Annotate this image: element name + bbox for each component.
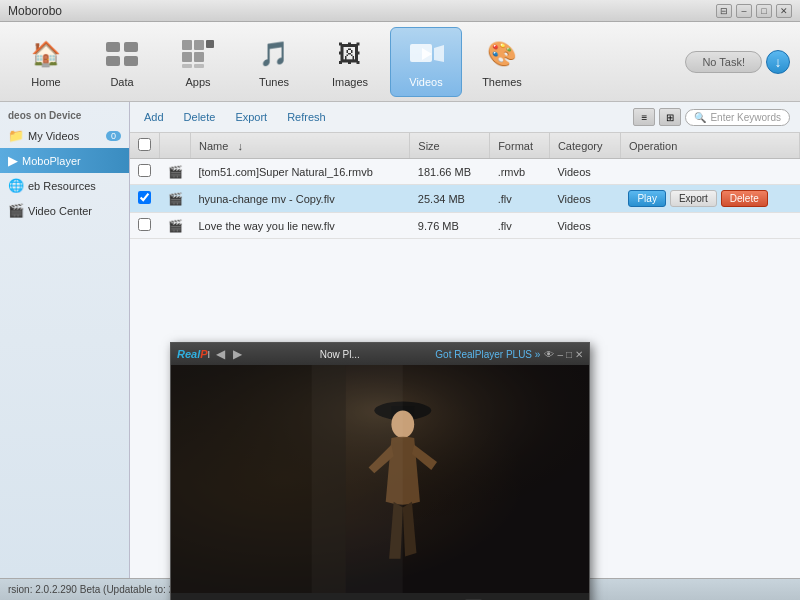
col-size: Size <box>410 133 490 159</box>
sidebar-header: deos on Device <box>0 106 129 123</box>
row1-check-cell[interactable] <box>130 159 160 185</box>
video-frame <box>171 365 589 593</box>
player-now-playing: Now Pl... <box>248 349 431 360</box>
select-all-checkbox[interactable] <box>138 138 151 151</box>
delete-button[interactable]: Delete <box>180 109 220 125</box>
sidebar-item-video-center[interactable]: 🎬 Video Center <box>0 198 129 223</box>
row-delete-btn[interactable]: Delete <box>721 190 768 207</box>
download-button[interactable]: ↓ <box>766 50 790 74</box>
col-check <box>130 133 160 159</box>
view-controls: ≡ ⊞ 🔍 Enter Keywords <box>633 108 790 126</box>
window-controls[interactable]: ⊟ – □ ✕ <box>716 4 792 18</box>
row3-check-cell[interactable] <box>130 213 160 239</box>
tunes-icon: 🎵 <box>254 36 294 72</box>
row-export-btn[interactable]: Export <box>670 190 717 207</box>
row2-icon-cell: 🎬 <box>160 185 191 213</box>
export-button[interactable]: Export <box>231 109 271 125</box>
col-format: Format <box>490 133 550 159</box>
row1-name[interactable]: [tom51.com]Super Natural_16.rmvb <box>191 159 410 185</box>
col-icon <box>160 133 191 159</box>
search-placeholder: Enter Keywords <box>710 112 781 123</box>
row2-category: Videos <box>549 185 620 213</box>
apps-icon <box>178 36 218 72</box>
web-icon: 🌐 <box>8 178 24 193</box>
video-file-icon: 🎬 <box>168 219 183 233</box>
player-back-btn[interactable]: ◀ <box>214 347 227 361</box>
svg-rect-0 <box>106 42 120 52</box>
folder-icon: 📁 <box>8 128 24 143</box>
row3-category: Videos <box>549 213 620 239</box>
maximize-btn[interactable]: □ <box>756 4 772 18</box>
restore-btn[interactable]: – <box>736 4 752 18</box>
videos-icon <box>406 36 446 72</box>
svg-rect-8 <box>194 52 204 62</box>
col-operation: Operation <box>620 133 799 159</box>
search-box[interactable]: 🔍 Enter Keywords <box>685 109 790 126</box>
row1-icon-cell: 🎬 <box>160 159 191 185</box>
nav-tunes[interactable]: 🎵 Tunes <box>238 27 310 97</box>
nav-images[interactable]: 🖼 Images <box>314 27 386 97</box>
video-player: RealPl ◀ ▶ Now Pl... Got RealPlayer PLUS… <box>170 342 590 600</box>
svg-marker-13 <box>434 45 444 62</box>
player-promo[interactable]: Got RealPlayer PLUS » <box>435 349 540 360</box>
row2-name[interactable]: hyuna-change mv - Copy.flv <box>191 185 410 213</box>
row3-name[interactable]: Love the way you lie new.flv <box>191 213 410 239</box>
video-content-svg <box>171 365 589 593</box>
grid-view-btn[interactable]: ⊞ <box>659 108 681 126</box>
row3-checkbox[interactable] <box>138 218 151 231</box>
app-title: Moborobo <box>8 4 62 18</box>
nav-themes[interactable]: 🎨 Themes <box>466 27 538 97</box>
video-file-icon: 🎬 <box>168 192 183 206</box>
svg-rect-7 <box>182 52 192 62</box>
images-icon: 🖼 <box>330 36 370 72</box>
row2-actions: Play Export Delete <box>620 185 799 213</box>
row1-checkbox[interactable] <box>138 164 151 177</box>
search-icon: 🔍 <box>694 112 706 123</box>
images-label: Images <box>332 76 368 88</box>
video-center-label: Video Center <box>28 205 92 217</box>
notask-button[interactable]: No Task! <box>685 51 762 73</box>
player-max-btn[interactable]: □ <box>566 349 572 360</box>
sidebar: deos on Device 📁 My Videos 0 ▶ MoboPlaye… <box>0 102 130 578</box>
sidebar-item-mobo-player[interactable]: ▶ MoboPlayer <box>0 148 129 173</box>
player-video-area <box>171 365 589 593</box>
row2-check-cell[interactable] <box>130 185 160 213</box>
player-nav: ◀ ▶ <box>214 347 244 361</box>
table-row: 🎬 [tom51.com]Super Natural_16.rmvb 181.6… <box>130 159 800 185</box>
play-btn[interactable]: Play <box>628 190 665 207</box>
refresh-button[interactable]: Refresh <box>283 109 330 125</box>
sidebar-item-web-resources[interactable]: 🌐 eb Resources <box>0 173 129 198</box>
tunes-label: Tunes <box>259 76 289 88</box>
sidebar-item-my-videos[interactable]: 📁 My Videos 0 <box>0 123 129 148</box>
player-forward-btn[interactable]: ▶ <box>231 347 244 361</box>
file-table: Name ↓ Size Format Category Operation 🎬 <box>130 133 800 239</box>
player-eye-btn[interactable]: 👁 <box>544 349 554 360</box>
video-center-icon: 🎬 <box>8 203 24 218</box>
row2-size: 25.34 MB <box>410 185 490 213</box>
minimize-btn[interactable]: ⊟ <box>716 4 732 18</box>
my-videos-label: My Videos <box>28 130 79 142</box>
player-close-btn[interactable]: ✕ <box>575 349 583 360</box>
main-content: deos on Device 📁 My Videos 0 ▶ MoboPlaye… <box>0 102 800 578</box>
row2-checkbox[interactable] <box>138 191 151 204</box>
nav-home[interactable]: 🏠 Home <box>10 27 82 97</box>
video-file-icon: 🎬 <box>168 165 183 179</box>
close-btn[interactable]: ✕ <box>776 4 792 18</box>
svg-rect-6 <box>206 40 214 48</box>
player-window-controls: 👁 – □ ✕ <box>544 349 583 360</box>
player-min-btn[interactable]: – <box>557 349 563 360</box>
themes-icon: 🎨 <box>482 36 522 72</box>
col-name[interactable]: Name ↓ <box>191 133 410 159</box>
nav-videos[interactable]: Videos <box>390 27 462 97</box>
svg-rect-1 <box>124 42 138 52</box>
row3-format: .flv <box>490 213 550 239</box>
title-bar: Moborobo ⊟ – □ ✕ <box>0 0 800 22</box>
table-row: 🎬 hyuna-change mv - Copy.flv 25.34 MB .f… <box>130 185 800 213</box>
list-view-btn[interactable]: ≡ <box>633 108 655 126</box>
svg-rect-5 <box>194 40 204 50</box>
nav-apps[interactable]: Apps <box>162 27 234 97</box>
themes-label: Themes <box>482 76 522 88</box>
nav-data[interactable]: Data <box>86 27 158 97</box>
add-button[interactable]: Add <box>140 109 168 125</box>
row2-format: .flv <box>490 185 550 213</box>
